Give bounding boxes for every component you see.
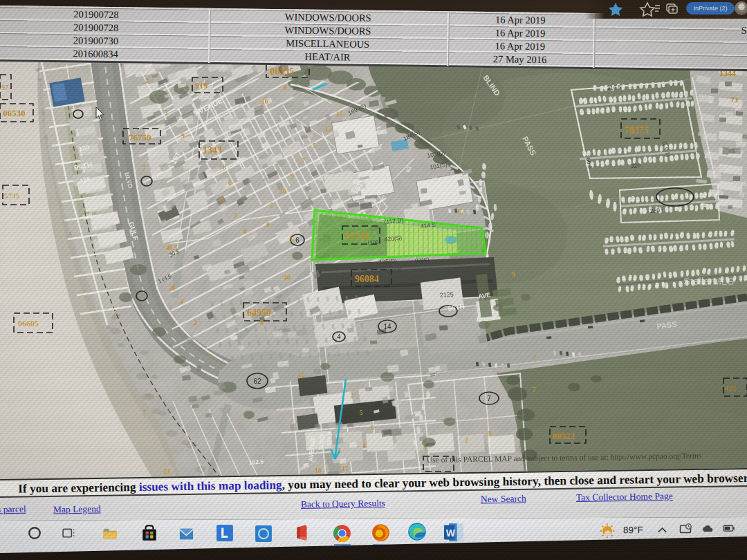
- svg-text:W: W: [446, 528, 456, 539]
